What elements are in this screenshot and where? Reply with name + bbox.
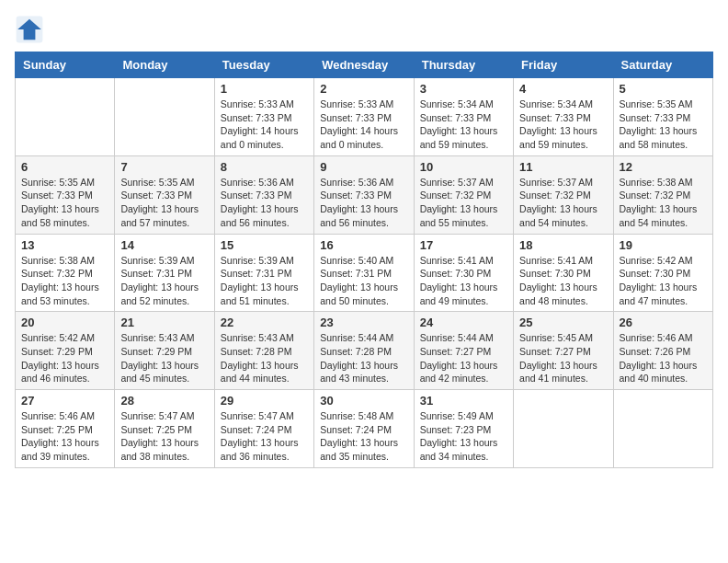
day-info: Sunrise: 5:36 AM Sunset: 7:33 PM Dayligh… (221, 176, 308, 230)
calendar-week-row: 13Sunrise: 5:38 AM Sunset: 7:32 PM Dayli… (16, 234, 713, 312)
day-info: Sunrise: 5:35 AM Sunset: 7:33 PM Dayligh… (620, 98, 707, 152)
calendar-cell: 15Sunrise: 5:39 AM Sunset: 7:31 PM Dayli… (214, 234, 313, 312)
weekday-header-sunday: Sunday (16, 52, 115, 78)
day-info: Sunrise: 5:34 AM Sunset: 7:33 PM Dayligh… (519, 98, 607, 152)
day-number: 24 (420, 316, 507, 329)
calendar-week-row: 20Sunrise: 5:42 AM Sunset: 7:29 PM Dayli… (16, 312, 713, 390)
day-number: 21 (120, 316, 208, 329)
calendar-table: SundayMondayTuesdayWednesdayThursdayFrid… (15, 52, 713, 468)
weekday-header-saturday: Saturday (613, 52, 712, 78)
day-info: Sunrise: 5:46 AM Sunset: 7:26 PM Dayligh… (620, 331, 707, 385)
day-info: Sunrise: 5:35 AM Sunset: 7:33 PM Dayligh… (21, 176, 108, 230)
day-number: 2 (320, 82, 407, 96)
day-info: Sunrise: 5:33 AM Sunset: 7:33 PM Dayligh… (221, 98, 308, 152)
day-number: 11 (519, 160, 607, 174)
day-info: Sunrise: 5:41 AM Sunset: 7:30 PM Dayligh… (420, 254, 507, 308)
day-info: Sunrise: 5:39 AM Sunset: 7:31 PM Dayligh… (221, 254, 308, 308)
calendar-header-row: SundayMondayTuesdayWednesdayThursdayFrid… (16, 52, 713, 78)
calendar-cell (514, 390, 613, 468)
calendar-cell: 16Sunrise: 5:40 AM Sunset: 7:31 PM Dayli… (314, 234, 414, 312)
day-number: 7 (120, 160, 208, 174)
day-number: 23 (320, 316, 407, 329)
day-info: Sunrise: 5:47 AM Sunset: 7:25 PM Dayligh… (120, 409, 208, 464)
day-number: 20 (21, 316, 108, 329)
calendar-cell: 31Sunrise: 5:49 AM Sunset: 7:23 PM Dayli… (414, 390, 513, 468)
calendar-cell: 24Sunrise: 5:44 AM Sunset: 7:27 PM Dayli… (414, 312, 513, 390)
calendar-cell: 3Sunrise: 5:34 AM Sunset: 7:33 PM Daylig… (414, 78, 513, 156)
day-number: 4 (519, 82, 607, 96)
day-number: 31 (420, 394, 507, 408)
day-info: Sunrise: 5:38 AM Sunset: 7:32 PM Dayligh… (620, 176, 707, 230)
day-info: Sunrise: 5:43 AM Sunset: 7:28 PM Dayligh… (221, 331, 308, 385)
day-number: 17 (420, 238, 507, 252)
day-number: 12 (620, 160, 707, 174)
calendar-cell: 26Sunrise: 5:46 AM Sunset: 7:26 PM Dayli… (613, 312, 712, 390)
calendar-cell: 28Sunrise: 5:47 AM Sunset: 7:25 PM Dayli… (115, 390, 214, 468)
calendar-cell: 25Sunrise: 5:45 AM Sunset: 7:27 PM Dayli… (514, 312, 613, 390)
day-info: Sunrise: 5:44 AM Sunset: 7:28 PM Dayligh… (320, 331, 407, 385)
calendar-cell: 14Sunrise: 5:39 AM Sunset: 7:31 PM Dayli… (115, 234, 214, 312)
day-info: Sunrise: 5:49 AM Sunset: 7:23 PM Dayligh… (420, 409, 507, 464)
day-info: Sunrise: 5:48 AM Sunset: 7:24 PM Dayligh… (320, 409, 407, 464)
day-info: Sunrise: 5:46 AM Sunset: 7:25 PM Dayligh… (21, 409, 108, 464)
day-number: 5 (620, 82, 707, 96)
calendar-cell: 5Sunrise: 5:35 AM Sunset: 7:33 PM Daylig… (613, 78, 712, 156)
day-info: Sunrise: 5:47 AM Sunset: 7:24 PM Dayligh… (221, 409, 308, 464)
calendar-cell (115, 78, 214, 156)
day-info: Sunrise: 5:45 AM Sunset: 7:27 PM Dayligh… (519, 331, 607, 385)
day-number: 9 (320, 160, 407, 174)
calendar-week-row: 27Sunrise: 5:46 AM Sunset: 7:25 PM Dayli… (16, 390, 713, 468)
calendar-cell: 1Sunrise: 5:33 AM Sunset: 7:33 PM Daylig… (214, 78, 313, 156)
day-number: 19 (620, 238, 707, 252)
calendar-cell (16, 78, 115, 156)
day-number: 16 (320, 238, 407, 252)
calendar-cell: 30Sunrise: 5:48 AM Sunset: 7:24 PM Dayli… (314, 390, 414, 468)
calendar-cell: 13Sunrise: 5:38 AM Sunset: 7:32 PM Dayli… (16, 234, 115, 312)
calendar-cell: 8Sunrise: 5:36 AM Sunset: 7:33 PM Daylig… (214, 155, 313, 234)
day-number: 1 (221, 82, 308, 96)
day-info: Sunrise: 5:38 AM Sunset: 7:32 PM Dayligh… (21, 254, 108, 308)
calendar-cell: 18Sunrise: 5:41 AM Sunset: 7:30 PM Dayli… (514, 234, 613, 312)
day-info: Sunrise: 5:35 AM Sunset: 7:33 PM Dayligh… (120, 176, 208, 230)
weekday-header-wednesday: Wednesday (314, 52, 414, 78)
day-info: Sunrise: 5:37 AM Sunset: 7:32 PM Dayligh… (519, 176, 607, 230)
day-number: 26 (620, 316, 707, 329)
day-info: Sunrise: 5:43 AM Sunset: 7:29 PM Dayligh… (120, 331, 208, 385)
weekday-header-tuesday: Tuesday (214, 52, 313, 78)
calendar-cell: 22Sunrise: 5:43 AM Sunset: 7:28 PM Dayli… (214, 312, 313, 390)
day-number: 22 (221, 316, 308, 329)
day-number: 18 (519, 238, 607, 252)
day-number: 8 (221, 160, 308, 174)
day-number: 30 (320, 394, 407, 408)
calendar-cell: 20Sunrise: 5:42 AM Sunset: 7:29 PM Dayli… (16, 312, 115, 390)
logo (15, 15, 48, 44)
day-number: 28 (120, 394, 208, 408)
calendar-cell: 29Sunrise: 5:47 AM Sunset: 7:24 PM Dayli… (214, 390, 313, 468)
weekday-header-friday: Friday (514, 52, 613, 78)
calendar-cell: 17Sunrise: 5:41 AM Sunset: 7:30 PM Dayli… (414, 234, 513, 312)
weekday-header-thursday: Thursday (414, 52, 513, 78)
calendar-cell: 12Sunrise: 5:38 AM Sunset: 7:32 PM Dayli… (613, 155, 712, 234)
day-info: Sunrise: 5:33 AM Sunset: 7:33 PM Dayligh… (320, 98, 407, 152)
day-number: 14 (120, 238, 208, 252)
calendar-week-row: 1Sunrise: 5:33 AM Sunset: 7:33 PM Daylig… (16, 78, 713, 156)
logo-icon (15, 15, 44, 44)
calendar-cell: 9Sunrise: 5:36 AM Sunset: 7:33 PM Daylig… (314, 155, 414, 234)
calendar-cell: 21Sunrise: 5:43 AM Sunset: 7:29 PM Dayli… (115, 312, 214, 390)
calendar-cell: 23Sunrise: 5:44 AM Sunset: 7:28 PM Dayli… (314, 312, 414, 390)
day-info: Sunrise: 5:37 AM Sunset: 7:32 PM Dayligh… (420, 176, 507, 230)
day-number: 15 (221, 238, 308, 252)
day-info: Sunrise: 5:40 AM Sunset: 7:31 PM Dayligh… (320, 254, 407, 308)
calendar-cell (613, 390, 712, 468)
day-number: 10 (420, 160, 507, 174)
day-number: 13 (21, 238, 108, 252)
day-info: Sunrise: 5:41 AM Sunset: 7:30 PM Dayligh… (519, 254, 607, 308)
day-info: Sunrise: 5:42 AM Sunset: 7:29 PM Dayligh… (21, 331, 108, 385)
weekday-header-monday: Monday (115, 52, 214, 78)
day-info: Sunrise: 5:44 AM Sunset: 7:27 PM Dayligh… (420, 331, 507, 385)
calendar-cell: 7Sunrise: 5:35 AM Sunset: 7:33 PM Daylig… (115, 155, 214, 234)
calendar-cell: 27Sunrise: 5:46 AM Sunset: 7:25 PM Dayli… (16, 390, 115, 468)
day-number: 3 (420, 82, 507, 96)
page-header (15, 15, 713, 44)
calendar-cell: 11Sunrise: 5:37 AM Sunset: 7:32 PM Dayli… (514, 155, 613, 234)
